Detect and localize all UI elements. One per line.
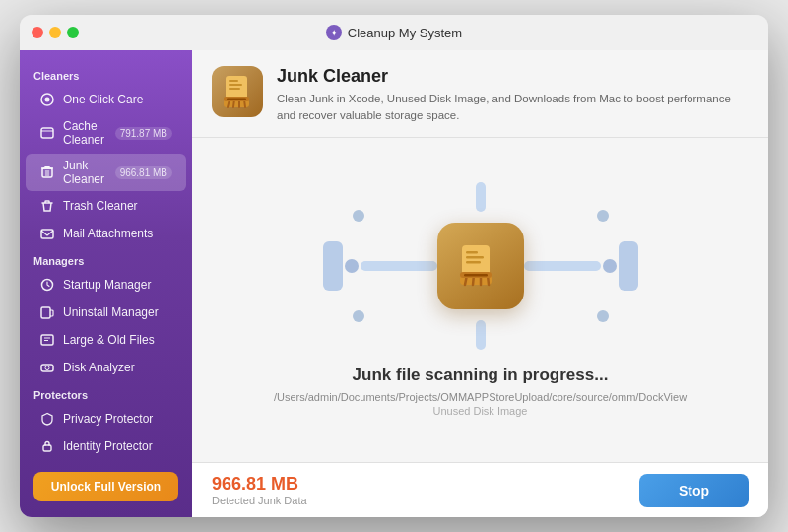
one-click-care-icon <box>39 92 55 107</box>
uninstall-manager-label: Uninstall Manager <box>63 305 172 319</box>
sidebar-item-one-click-care[interactable]: One Click Care <box>26 87 186 112</box>
trash-cleaner-label: Trash Cleaner <box>63 199 172 213</box>
disk-analyzer-icon <box>39 360 55 375</box>
sidebar-item-startup-manager[interactable]: Startup Manager <box>26 272 186 298</box>
main-content: Junk Cleaner Clean Junk in Xcode, Unused… <box>192 50 768 517</box>
sidebar: Cleaners One Click Care Cache Cleaner 79… <box>20 50 192 517</box>
mail-attachments-label: Mail Attachments <box>63 227 172 240</box>
detected-size: 966.81 MB <box>212 474 307 495</box>
svg-rect-29 <box>227 99 246 100</box>
svg-rect-18 <box>43 445 51 451</box>
detected-info: 966.81 MB Detected Junk Data <box>212 474 307 506</box>
scan-area: Junk file scanning in progress... /Users… <box>192 138 768 463</box>
sidebar-section-cleaners: Cleaners <box>20 62 192 86</box>
cache-cleaner-badge: 791.87 MB <box>115 127 172 140</box>
cache-cleaner-label: Cache Cleaner <box>63 119 107 147</box>
startup-manager-icon <box>39 277 55 293</box>
svg-rect-33 <box>466 261 481 264</box>
sidebar-item-junk-cleaner[interactable]: Junk Cleaner 966.81 MB <box>26 154 186 191</box>
trash-cleaner-icon <box>39 198 55 214</box>
privacy-protector-label: Privacy Protector <box>63 412 172 426</box>
identity-protector-icon <box>39 438 55 454</box>
right-arm <box>524 241 638 291</box>
corner-dot-bl <box>353 310 364 322</box>
svg-rect-40 <box>464 274 488 277</box>
large-old-files-icon <box>39 332 55 348</box>
corner-dot-tl <box>353 210 364 222</box>
content-area: Cleaners One Click Care Cache Cleaner 79… <box>20 50 768 517</box>
svg-rect-10 <box>41 230 53 238</box>
titlebar: ✦ Cleanup My System <box>20 15 768 50</box>
main-header: Junk Cleaner Clean Junk in Xcode, Unused… <box>192 50 768 138</box>
sidebar-item-uninstall-manager[interactable]: Uninstall Manager <box>26 299 186 325</box>
corner-dot-tr <box>597 210 609 222</box>
unlock-full-version-button[interactable]: Unlock Full Version <box>33 472 178 501</box>
privacy-protector-icon <box>39 411 55 427</box>
main-title: Junk Cleaner <box>277 66 749 87</box>
sidebar-item-identity-protector[interactable]: Identity Protector <box>26 433 186 459</box>
sidebar-item-trash-cleaner[interactable]: Trash Cleaner <box>26 193 186 219</box>
close-button[interactable] <box>32 27 43 38</box>
svg-point-17 <box>45 366 49 370</box>
sidebar-item-disk-analyzer[interactable]: Disk Analyzer <box>26 355 186 380</box>
sidebar-item-cache-cleaner[interactable]: Cache Cleaner 791.87 MB <box>26 114 186 152</box>
scanner-center-icon <box>437 223 524 309</box>
disk-analyzer-label: Disk Analyzer <box>63 361 172 374</box>
left-arm <box>323 241 437 291</box>
scan-status-path: /Users/admin/Documents/Projects/OMMAPPSt… <box>274 391 687 403</box>
svg-rect-2 <box>41 128 53 138</box>
one-click-care-label: One Click Care <box>63 93 172 106</box>
svg-rect-22 <box>229 88 240 90</box>
mail-attachments-icon <box>39 226 55 241</box>
scan-status-title: Junk file scanning in progress... <box>274 366 687 385</box>
cache-cleaner-icon <box>39 125 55 141</box>
junk-cleaner-badge: 966.81 MB <box>115 166 172 179</box>
main-description: Clean Junk in Xcode, Unused Disk Image, … <box>277 91 749 125</box>
right-arm-end <box>619 241 638 291</box>
svg-rect-20 <box>229 80 238 82</box>
uninstall-manager-icon <box>39 304 55 320</box>
identity-protector-label: Identity Protector <box>63 439 172 453</box>
svg-point-1 <box>45 98 50 102</box>
corner-dot-br <box>597 310 609 322</box>
sidebar-bottom: Unlock Full Version <box>20 460 192 513</box>
header-text: Junk Cleaner Clean Junk in Xcode, Unused… <box>277 66 749 125</box>
svg-rect-32 <box>466 256 484 259</box>
sidebar-item-privacy-protector[interactable]: Privacy Protector <box>26 406 186 432</box>
junk-cleaner-app-icon <box>212 66 263 117</box>
bottom-connector <box>476 320 486 350</box>
startup-manager-label: Startup Manager <box>63 278 172 292</box>
app-title-icon: ✦ <box>326 25 342 40</box>
right-arm-pill <box>603 259 617 273</box>
traffic-lights <box>32 27 79 38</box>
window-title: ✦ Cleanup My System <box>326 25 462 40</box>
sidebar-section-protectors: Protectors <box>20 381 192 405</box>
scan-status-sub: Unused Disk Image <box>274 405 687 417</box>
left-arm-end <box>323 241 343 291</box>
minimize-button[interactable] <box>49 27 61 38</box>
top-connector <box>476 182 486 212</box>
junk-cleaner-label: Junk Cleaner <box>63 159 107 186</box>
bottom-bar: 966.81 MB Detected Junk Data Stop <box>192 462 768 517</box>
fullscreen-button[interactable] <box>67 27 79 38</box>
large-old-files-label: Large & Old Files <box>63 333 172 347</box>
left-arm-track <box>361 261 437 271</box>
sidebar-section-managers: Managers <box>20 247 192 271</box>
left-arm-pill <box>345 259 359 273</box>
app-window: ✦ Cleanup My System Cleaners One Click C… <box>20 15 768 517</box>
stop-button[interactable]: Stop <box>639 474 749 507</box>
right-arm-track <box>524 261 601 271</box>
detected-label: Detected Junk Data <box>212 495 307 506</box>
svg-rect-31 <box>466 251 478 254</box>
junk-cleaner-icon <box>39 165 55 180</box>
sidebar-item-large-old-files[interactable]: Large & Old Files <box>26 327 186 353</box>
scanner-graphic <box>323 182 638 350</box>
svg-rect-21 <box>229 84 242 86</box>
scan-status: Junk file scanning in progress... /Users… <box>274 366 687 417</box>
svg-rect-12 <box>41 307 50 318</box>
sidebar-item-mail-attachments[interactable]: Mail Attachments <box>26 221 186 246</box>
